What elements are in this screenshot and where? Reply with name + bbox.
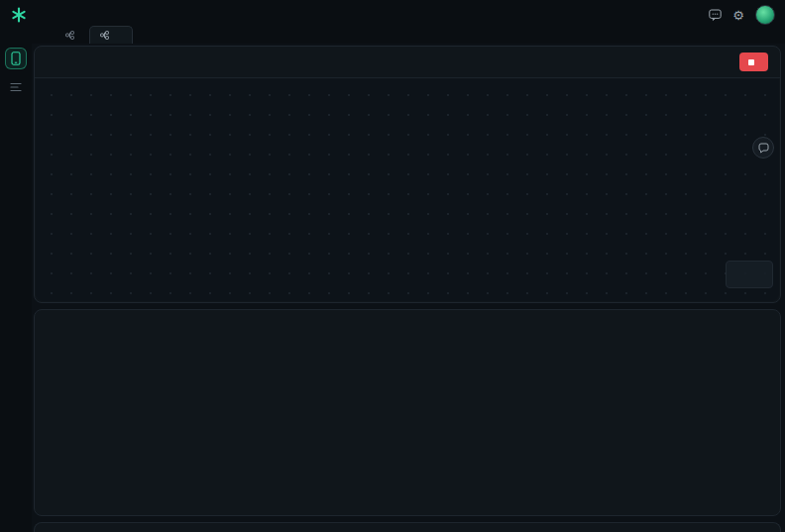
funnel-card — [34, 309, 781, 516]
tab-onboarding-abandonment[interactable] — [89, 26, 133, 44]
tab-memory-warnings[interactable] — [56, 26, 89, 44]
workflow-tab-icon — [65, 31, 74, 40]
feedback-icon[interactable] — [709, 9, 722, 22]
stop-icon — [748, 59, 754, 65]
funnel-panel-title — [35, 310, 780, 322]
stop-workflow-button[interactable] — [739, 53, 768, 71]
topbar: ⚙ — [0, 0, 785, 44]
funnel-chart — [64, 350, 750, 508]
workflow-tab-icon — [100, 31, 109, 40]
settings-gear-icon[interactable]: ⚙ — [732, 9, 744, 22]
topbar-actions: ⚙ — [709, 5, 775, 25]
sidebar-item-device[interactable] — [5, 48, 27, 69]
bitdrift-logo-icon[interactable] — [10, 6, 28, 24]
workflow-header — [35, 47, 780, 78]
app-window: ⚙ — [0, 0, 785, 532]
user-avatar[interactable] — [755, 5, 775, 25]
workflow-canvas[interactable] — [36, 79, 779, 301]
sidebar-item-list[interactable] — [5, 76, 27, 98]
next-section-card — [34, 522, 781, 532]
minimap[interactable] — [726, 261, 773, 288]
main-area — [32, 44, 785, 532]
comments-button[interactable] — [752, 137, 774, 159]
new-tab-button[interactable] — [133, 26, 149, 44]
tab-bar — [56, 26, 149, 44]
workflow-card — [34, 46, 781, 303]
left-sidebar — [0, 44, 32, 532]
